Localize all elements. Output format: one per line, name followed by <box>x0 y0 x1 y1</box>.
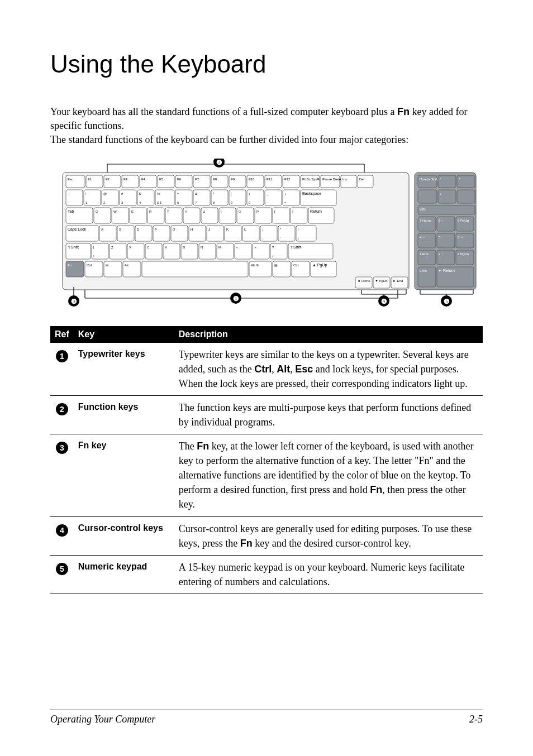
svg-text:N: N <box>201 246 203 249</box>
svg-text:▼ PgDn: ▼ PgDn <box>375 279 388 283</box>
svg-text:F5: F5 <box>159 178 164 181</box>
svg-text:Alt: Alt <box>125 264 129 267</box>
svg-text:↵ Return: ↵ Return <box>439 269 455 272</box>
svg-text:X: X <box>129 246 131 249</box>
svg-text:Y: Y <box>185 210 187 213</box>
page-title: Using the Keyboard <box>50 50 483 78</box>
intro-prefix: Your keyboard has all the standard funct… <box>50 106 397 117</box>
svg-text:6 →: 6 → <box>458 236 464 239</box>
svg-text:NumLk ScrLk: NumLk ScrLk <box>420 178 440 181</box>
svg-text:Backspace: Backspace <box>302 192 321 196</box>
svg-text:": " <box>280 228 281 231</box>
svg-text:2 ↓: 2 ↓ <box>439 252 443 256</box>
svg-text:+: + <box>284 192 287 195</box>
row-ref: 2 <box>50 395 74 434</box>
callout-2: ❷ <box>216 159 222 166</box>
callout-1: ❶ <box>233 295 239 303</box>
svg-text:Z: Z <box>111 246 113 249</box>
table-row: 4Cursor-control keysCursor-control keys … <box>50 516 483 555</box>
footer-left: Operating Your Computer <box>50 714 155 725</box>
svg-text:Fn: Fn <box>68 264 72 267</box>
svg-text:Q: Q <box>96 210 98 213</box>
svg-text:F9: F9 <box>231 178 235 181</box>
svg-text:S: S <box>119 228 121 231</box>
svg-text:Pause Break: Pause Break <box>322 178 342 181</box>
svg-text:-: - <box>266 201 268 204</box>
svg-text:H: H <box>191 228 193 231</box>
row-key: Numeric keypad <box>74 555 174 594</box>
svg-text:=: = <box>284 201 287 204</box>
svg-text:5 €: 5 € <box>157 201 162 204</box>
row-desc: The function keys are multi-purpose keys… <box>174 395 483 434</box>
svg-text:~: ~ <box>68 192 70 195</box>
svg-text:▤: ▤ <box>274 264 278 267</box>
row-ref: 4 <box>50 516 74 555</box>
svg-text:3 PgDn: 3 PgDn <box>458 252 469 256</box>
svg-text:_: _ <box>266 192 269 195</box>
svg-text:F1: F1 <box>88 178 92 181</box>
svg-text:9 PgUp: 9 PgUp <box>458 219 469 222</box>
svg-text:0 Ins: 0 Ins <box>420 269 427 272</box>
description-table: Ref Key Description 1Typewriter keysType… <box>50 326 483 594</box>
svg-text:E: E <box>131 210 134 213</box>
th-ref: Ref <box>50 326 74 343</box>
svg-text:► End: ► End <box>393 279 403 283</box>
fn-label: Fn <box>397 106 410 117</box>
svg-text:+: + <box>440 192 442 195</box>
svg-text:F7: F7 <box>195 178 199 181</box>
table-row: 1Typewriter keysTypewriter keys are simi… <box>50 343 483 396</box>
svg-text:F3: F3 <box>123 178 128 181</box>
svg-text:O: O <box>239 210 241 213</box>
svg-text:⊞: ⊞ <box>106 264 108 267</box>
svg-text:R: R <box>149 210 152 213</box>
svg-text:F8: F8 <box>213 178 217 181</box>
svg-text:T: T <box>167 210 169 213</box>
svg-text:B: B <box>183 246 185 249</box>
svg-text:): ) <box>249 192 250 195</box>
svg-text:@: @ <box>103 192 107 195</box>
svg-text:%: % <box>157 192 160 195</box>
key <box>142 261 248 277</box>
key <box>391 277 408 288</box>
keyboard-diagram: ❷ EscF1F2F3F4F5F6F7F8F9F10F11F12PrtSc Sy… <box>51 159 482 309</box>
th-desc: Description <box>174 326 483 343</box>
row-desc: Typewriter keys are similar to the keys … <box>174 343 483 396</box>
svg-text:1 End: 1 End <box>420 252 429 256</box>
svg-text:▲ PgUp: ▲ PgUp <box>312 263 327 267</box>
key <box>438 175 456 188</box>
svg-text:◄ Home: ◄ Home <box>357 279 370 283</box>
svg-text:Del: Del <box>359 178 364 181</box>
svg-text:^: ^ <box>177 192 179 195</box>
svg-text:W: W <box>113 210 117 213</box>
svg-text:U: U <box>203 210 205 213</box>
svg-text:`: ` <box>68 201 69 204</box>
svg-text:': ' <box>280 237 280 240</box>
svg-text:F: F <box>155 228 157 231</box>
svg-text:⇧Shift: ⇧Shift <box>290 245 301 249</box>
row-desc: A 15-key numeric keypad is on your keybo… <box>174 555 483 594</box>
svg-text:Ins: Ins <box>342 178 347 181</box>
row-key: Cursor-control keys <box>74 516 174 555</box>
row-ref: 5 <box>50 555 74 594</box>
svg-text:F10: F10 <box>249 178 255 181</box>
svg-text:K: K <box>226 228 229 231</box>
svg-text:M: M <box>218 246 221 249</box>
svg-text:<: < <box>236 246 239 249</box>
svg-text:F2: F2 <box>106 178 110 181</box>
svg-text:-: - <box>459 192 460 195</box>
key <box>418 205 475 214</box>
svg-text:&: & <box>195 192 197 195</box>
row-desc: The Fn key, at the lower left corner of … <box>174 434 483 516</box>
svg-text:Alt Gr: Alt Gr <box>251 264 259 267</box>
callout-5: ❺ <box>444 298 450 305</box>
row-desc: Cursor-control keys are generally used f… <box>174 516 483 555</box>
row-key: Typewriter keys <box>74 343 174 396</box>
row-key: Fn key <box>74 434 174 516</box>
svg-text:8 ↑: 8 ↑ <box>439 219 443 222</box>
svg-text:Del: Del <box>420 207 426 211</box>
svg-text:D: D <box>137 228 140 231</box>
key <box>355 277 372 288</box>
callout-4: ❹ <box>381 298 387 305</box>
svg-text:J: J <box>208 228 210 231</box>
row-key: Function keys <box>74 395 174 434</box>
